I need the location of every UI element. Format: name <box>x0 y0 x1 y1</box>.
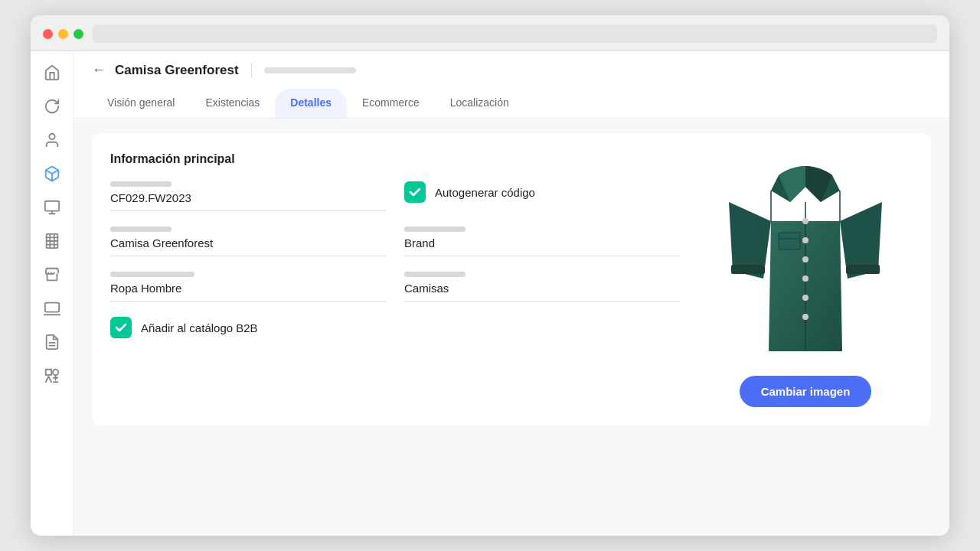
sidebar-icon-sync[interactable] <box>43 97 61 116</box>
sidebar <box>31 51 74 536</box>
svg-point-23 <box>802 256 808 262</box>
browser-chrome <box>31 15 949 51</box>
svg-point-26 <box>802 314 808 320</box>
sidebar-icon-document[interactable] <box>43 333 61 351</box>
field-label-category <box>110 272 194 277</box>
field-value-code[interactable]: CF029.FW2023 <box>110 191 386 211</box>
sidebar-icon-user[interactable] <box>43 131 61 149</box>
card-right: Cambiar imagen <box>698 152 913 407</box>
field-value-brand[interactable]: Brand <box>404 236 680 256</box>
field-brand: Brand <box>404 227 680 256</box>
tabs: Visión general Existencias Detalles Ecom… <box>92 89 931 118</box>
svg-point-0 <box>49 134 54 139</box>
maximize-button[interactable] <box>74 29 83 39</box>
product-image-container <box>714 152 897 367</box>
product-image <box>721 160 890 359</box>
sidebar-icon-package[interactable] <box>43 165 61 183</box>
traffic-lights <box>43 29 83 39</box>
checkbox-autogenerate-row: Autogenerar código <box>404 181 680 203</box>
tab-existencias[interactable]: Existencias <box>190 89 275 118</box>
svg-point-24 <box>802 276 808 282</box>
form-row-code: CF029.FW2023 Autogenerar código <box>110 181 680 211</box>
sidebar-icon-laptop[interactable] <box>43 299 61 318</box>
sidebar-icon-shapes[interactable] <box>43 367 61 385</box>
field-value-name[interactable]: Camisa Greenforest <box>110 236 386 256</box>
autogenerate-label: Autogenerar código <box>435 186 535 199</box>
svg-rect-29 <box>731 265 765 274</box>
svg-point-22 <box>802 237 808 243</box>
section-title: Información principal <box>110 152 680 166</box>
page-title: Camisa Greenforest <box>115 63 239 78</box>
svg-rect-15 <box>45 370 51 375</box>
field-label-subcategory <box>404 272 466 277</box>
card-left: Información principal CF029.FW2023 <box>110 152 680 407</box>
svg-rect-27 <box>779 233 800 249</box>
main-content: ← Camisa Greenforest Visión general Exis… <box>74 51 949 536</box>
field-autogenerate: Autogenerar código <box>404 181 680 211</box>
close-button[interactable] <box>43 29 53 39</box>
content-area: Información principal CF029.FW2023 <box>74 119 949 536</box>
field-label-code <box>110 181 172 187</box>
header-top: ← Camisa Greenforest <box>92 62 931 78</box>
field-label-name <box>110 227 172 232</box>
header: ← Camisa Greenforest Visión general Exis… <box>74 51 949 119</box>
tab-detalles[interactable]: Detalles <box>275 89 347 118</box>
svg-point-25 <box>802 295 808 301</box>
app-container: ← Camisa Greenforest Visión general Exis… <box>31 51 949 536</box>
sidebar-icon-home[interactable] <box>43 64 61 82</box>
minimize-button[interactable] <box>58 29 68 39</box>
field-value-subcategory[interactable]: Camisas <box>404 282 680 302</box>
field-subcategory: Camisas <box>404 272 680 302</box>
back-button[interactable]: ← <box>92 62 106 78</box>
field-value-category[interactable]: Ropa Hombre <box>110 282 386 302</box>
header-subtitle <box>264 67 356 73</box>
form-row-name: Camisa Greenforest Brand <box>110 227 680 256</box>
svg-rect-11 <box>44 303 58 312</box>
change-image-button[interactable]: Cambiar imagen <box>740 376 872 407</box>
tab-ecommerce[interactable]: Ecommerce <box>347 89 435 118</box>
field-code: CF029.FW2023 <box>110 181 386 211</box>
svg-point-21 <box>802 218 808 224</box>
tab-localizacion[interactable]: Localización <box>435 89 524 118</box>
tab-vision[interactable]: Visión general <box>92 89 190 118</box>
sidebar-icon-building[interactable] <box>43 232 61 250</box>
main-card: Información principal CF029.FW2023 <box>92 134 931 425</box>
header-divider <box>251 63 252 78</box>
checkbox-autogenerate[interactable] <box>404 181 426 203</box>
field-name: Camisa Greenforest <box>110 227 386 256</box>
svg-rect-2 <box>44 201 58 211</box>
svg-point-16 <box>52 370 57 375</box>
field-label-brand <box>404 227 466 232</box>
address-bar[interactable] <box>93 24 937 43</box>
browser-window: ← Camisa Greenforest Visión general Exis… <box>31 15 949 536</box>
field-category: Ropa Hombre <box>110 272 386 302</box>
form-row-category: Ropa Hombre Camisas <box>110 272 680 302</box>
svg-rect-30 <box>846 265 880 274</box>
sidebar-icon-chart[interactable] <box>43 198 61 217</box>
b2b-row: Añadir al catálogo B2B <box>110 317 680 338</box>
sidebar-icon-store[interactable] <box>43 266 61 284</box>
b2b-label: Añadir al catálogo B2B <box>141 321 258 334</box>
checkbox-b2b[interactable] <box>110 317 132 338</box>
